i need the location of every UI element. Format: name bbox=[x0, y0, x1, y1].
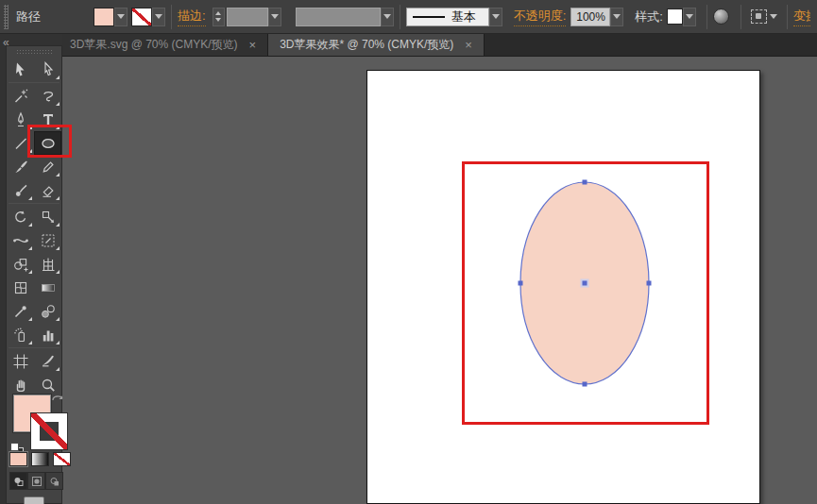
selection-tool[interactable] bbox=[7, 58, 34, 81]
divider bbox=[9, 203, 60, 204]
selected-ellipse-shape[interactable] bbox=[509, 173, 660, 394]
stroke-style-value: 基本 bbox=[451, 8, 476, 25]
slice-icon bbox=[40, 353, 57, 370]
tab-label: 3D苹果效果* @ 70% (CMYK/预览) bbox=[280, 37, 453, 53]
document-tab-2[interactable]: 3D苹果效果* @ 70% (CMYK/预览) × bbox=[268, 34, 485, 56]
brush-definition-field[interactable] bbox=[296, 8, 381, 26]
free-transform-icon bbox=[40, 232, 57, 249]
none-button[interactable] bbox=[53, 452, 71, 466]
selection-type-label: 路径 bbox=[16, 8, 41, 25]
direct-selection-tool[interactable] bbox=[34, 58, 61, 81]
recolor-artwork-icon[interactable] bbox=[713, 8, 729, 25]
pencil-tool[interactable] bbox=[34, 155, 61, 178]
tab-close-icon[interactable]: × bbox=[249, 39, 257, 51]
paintbrush-tool[interactable] bbox=[7, 155, 34, 178]
anchor-point-bottom[interactable] bbox=[583, 382, 587, 387]
draw-inside-icon bbox=[48, 475, 61, 488]
draw-behind-button[interactable] bbox=[27, 472, 45, 490]
anchor-point-right[interactable] bbox=[647, 281, 652, 286]
perspective-grid-icon bbox=[40, 256, 57, 273]
shape-builder-tool[interactable] bbox=[7, 252, 34, 276]
blob-brush-icon bbox=[12, 182, 29, 199]
width-tool-icon bbox=[12, 232, 29, 249]
mesh-tool[interactable] bbox=[7, 276, 34, 299]
lasso-icon bbox=[40, 88, 57, 105]
magic-wand-icon bbox=[12, 88, 29, 105]
stroke-panel-link[interactable]: 描边: bbox=[178, 8, 206, 26]
eraser-tool[interactable] bbox=[34, 178, 61, 202]
chevron-down-icon bbox=[155, 14, 162, 19]
free-transform-tool[interactable] bbox=[34, 228, 61, 252]
anchor-point-left[interactable] bbox=[519, 281, 523, 286]
annotation-red-box-tool bbox=[27, 125, 72, 158]
center-point[interactable] bbox=[583, 281, 587, 286]
mesh-icon bbox=[12, 279, 29, 296]
artboard-tool[interactable] bbox=[7, 349, 34, 373]
divider bbox=[9, 82, 60, 83]
eyedropper-icon bbox=[12, 303, 29, 320]
fill-color-dropdown[interactable] bbox=[114, 8, 128, 26]
draw-inside-button[interactable] bbox=[45, 472, 63, 490]
opacity-value-field[interactable]: 100% bbox=[570, 8, 610, 26]
hand-icon bbox=[12, 377, 29, 394]
graphic-style-dropdown[interactable] bbox=[683, 8, 696, 26]
screen-mode-icon bbox=[24, 496, 44, 504]
panel-grip-icon[interactable] bbox=[16, 49, 52, 54]
transform-panel-link[interactable]: 变换 bbox=[793, 8, 810, 26]
document-tab-1[interactable]: 3D苹果.svg @ 70% (CMYK/预览) × bbox=[59, 34, 268, 56]
lasso-tool[interactable] bbox=[34, 84, 61, 108]
stroke-style-dropdown[interactable] bbox=[489, 8, 502, 26]
screen-mode-button[interactable] bbox=[20, 496, 48, 504]
chevron-down-icon bbox=[492, 14, 500, 19]
stroke-color-dropdown[interactable] bbox=[152, 8, 165, 26]
scale-tool[interactable] bbox=[34, 205, 61, 228]
symbol-sprayer-tool[interactable] bbox=[7, 323, 34, 346]
chevron-down-icon bbox=[271, 14, 279, 19]
stroke-width-stepper[interactable] bbox=[213, 8, 225, 26]
stroke-width-field[interactable] bbox=[227, 8, 268, 26]
fill-color-swatch[interactable] bbox=[94, 8, 114, 26]
magic-wand-tool[interactable] bbox=[7, 84, 34, 108]
color-button[interactable] bbox=[9, 452, 27, 466]
panel-grip-icon[interactable] bbox=[4, 5, 9, 29]
stroke-color-swatch[interactable] bbox=[131, 8, 152, 26]
control-bar: 路径 描边: 基本 不透明度: 100% 样式: bbox=[0, 0, 817, 34]
paintbrush-icon bbox=[12, 159, 29, 176]
select-similar-icon[interactable] bbox=[751, 9, 767, 24]
tools-dock: « bbox=[0, 34, 62, 504]
width-tool[interactable] bbox=[7, 228, 34, 252]
selection-arrow-icon bbox=[12, 61, 29, 78]
slice-tool[interactable] bbox=[34, 349, 61, 373]
separator bbox=[706, 5, 707, 29]
graphic-style-swatch[interactable] bbox=[667, 8, 683, 25]
style-label: 样式: bbox=[635, 8, 663, 25]
gradient-button[interactable] bbox=[31, 452, 49, 466]
column-graph-tool[interactable] bbox=[34, 323, 61, 346]
separator bbox=[400, 5, 400, 29]
blend-tool[interactable] bbox=[34, 299, 61, 323]
stroke-proxy-swatch[interactable] bbox=[30, 412, 68, 450]
document-tab-bar: 3D苹果.svg @ 70% (CMYK/预览) × 3D苹果效果* @ 70%… bbox=[0, 34, 817, 57]
opacity-dropdown[interactable] bbox=[610, 8, 623, 26]
select-similar-dropdown[interactable] bbox=[770, 14, 777, 19]
line-icon bbox=[12, 135, 29, 152]
eyedropper-tool[interactable] bbox=[7, 299, 34, 323]
hand-tool[interactable] bbox=[7, 373, 34, 396]
rotate-tool[interactable] bbox=[7, 205, 34, 228]
blob-brush-tool[interactable] bbox=[7, 178, 34, 202]
brush-definition-dropdown[interactable] bbox=[381, 8, 394, 26]
none-slash-icon bbox=[31, 413, 67, 449]
stroke-style-field[interactable]: 基本 bbox=[406, 8, 489, 26]
pen-nib-icon bbox=[12, 111, 29, 128]
anchor-point-top[interactable] bbox=[583, 180, 587, 185]
separator bbox=[171, 5, 172, 29]
tab-close-icon[interactable]: × bbox=[465, 39, 472, 51]
separator bbox=[787, 5, 788, 29]
draw-normal-button[interactable] bbox=[9, 472, 27, 490]
perspective-grid-tool[interactable] bbox=[34, 252, 61, 276]
stroke-width-dropdown[interactable] bbox=[268, 8, 281, 26]
stepper-down-icon bbox=[215, 18, 221, 22]
gradient-tool[interactable] bbox=[34, 276, 61, 299]
swap-fill-stroke-icon[interactable] bbox=[51, 392, 64, 405]
opacity-panel-link[interactable]: 不透明度: bbox=[514, 8, 567, 26]
